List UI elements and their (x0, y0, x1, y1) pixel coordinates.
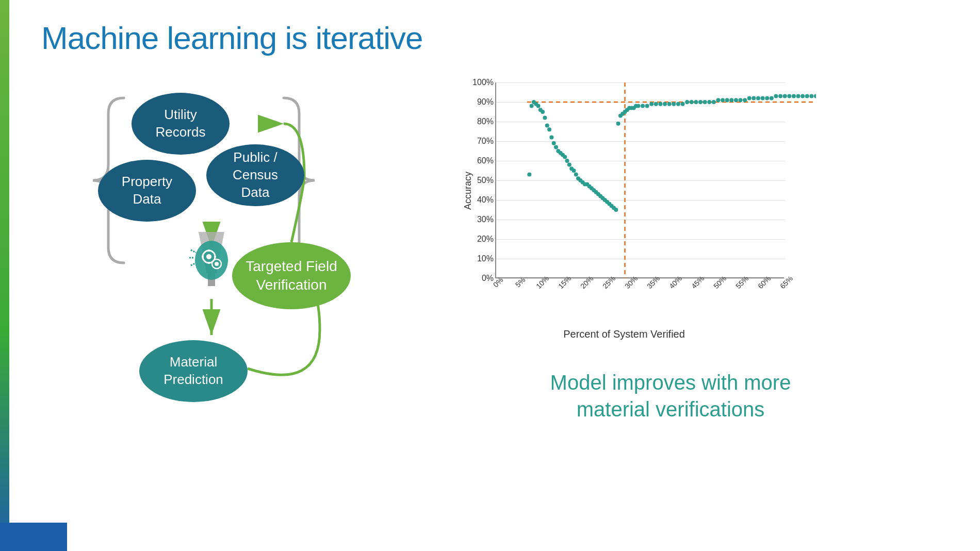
svg-line-17 (191, 250, 196, 253)
svg-point-12 (215, 262, 219, 266)
chart-inner: 100% 90% 80% 70% 60% 50% 40% 30% 20% 10%… (495, 82, 784, 278)
x-axis-labels: 0% 5% 10% 15% 20% 25% 30% 35% 40% 45% 50… (495, 279, 784, 310)
svg-point-8 (195, 241, 228, 280)
diagram-area: Utility Records Property Data Public / C… (31, 72, 402, 392)
slide-title: Machine learning is iterative (41, 20, 423, 56)
svg-point-10 (206, 254, 211, 259)
utility-records-ellipse: Utility Records (132, 93, 230, 155)
slide-container: Machine learning is iterative (0, 0, 980, 551)
material-prediction-ellipse: Material Prediction (139, 340, 248, 402)
y-axis-title: Accuracy (463, 172, 473, 210)
left-accent-bar (0, 0, 9, 551)
chart-container: Accuracy 100% 90% 80% 70% 60% 50% 40% 30… (464, 82, 784, 299)
x-axis-title: Percent of System Verified (563, 328, 685, 340)
bottom-accent-bar (0, 523, 67, 551)
targeted-field-ellipse: Targeted Field Verification (232, 242, 351, 309)
chart-canvas (527, 82, 816, 278)
chart-area: Accuracy 100% 90% 80% 70% 60% 50% 40% 30… (413, 72, 954, 433)
census-data-ellipse: Public / Census Data (206, 144, 304, 206)
brain-gear-icon (183, 227, 240, 294)
chart-subtitle: Model improves with more material verifi… (413, 369, 928, 423)
property-data-ellipse: Property Data (98, 160, 196, 222)
